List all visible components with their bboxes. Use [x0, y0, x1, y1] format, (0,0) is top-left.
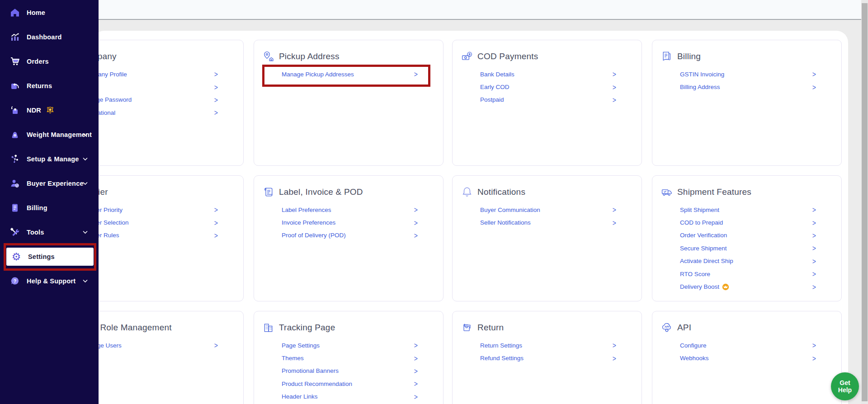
- sidebar-item-weight-management[interactable]: Weight Management: [0, 122, 99, 147]
- link-label: Webhooks: [680, 355, 709, 362]
- link-refund-settings[interactable]: Refund Settings>: [453, 352, 642, 364]
- sidebar-item-label: NDR: [27, 107, 41, 114]
- link-label: Seller Notifications: [480, 219, 531, 226]
- link-postpaid[interactable]: Postpaid>: [453, 94, 642, 106]
- chevron-right-icon: >: [812, 70, 816, 79]
- chevron-right-icon: >: [214, 218, 218, 227]
- sidebar-item-buyer-experience[interactable]: Buyer Experience: [0, 171, 99, 196]
- link-webhooks[interactable]: Webhooks>: [652, 352, 841, 364]
- link-return-settings[interactable]: Return Settings>: [453, 339, 642, 352]
- link-themes[interactable]: Themes>: [254, 352, 443, 364]
- card-cod-payments: COD Payments Bank Details> Early COD> Po…: [452, 40, 642, 166]
- link-configure[interactable]: Configure>: [652, 339, 841, 352]
- sidebar-item-label: Setup & Manage: [27, 155, 79, 163]
- chevron-right-icon: >: [414, 380, 418, 388]
- link-delivery-boost[interactable]: Delivery Boost >: [652, 280, 841, 293]
- sidebar-item-setup-manage[interactable]: Setup & Manage: [0, 147, 99, 171]
- sidebar-item-label: Buyer Experience: [27, 180, 84, 187]
- sidebar: Home Dashboard Orders Returns NDR: [0, 0, 99, 404]
- link-buyer-communication[interactable]: Buyer Communication>: [453, 203, 642, 216]
- chevron-right-icon: >: [214, 95, 218, 104]
- home-icon: [9, 7, 20, 18]
- card-title: Label, Invoice & POD: [279, 187, 363, 197]
- link-label: Proof of Delivery (POD): [282, 232, 346, 239]
- link-rto-score[interactable]: RTO Score>: [652, 268, 841, 280]
- billing-doc-icon: [9, 202, 20, 213]
- link-label: COD to Prepaid: [680, 219, 723, 226]
- link-gstin-invoicing[interactable]: GSTIN Invoicing>: [652, 68, 841, 80]
- card-title: API: [677, 323, 691, 333]
- link-early-cod[interactable]: Early COD>: [453, 80, 642, 93]
- top-header-bar: [0, 0, 861, 20]
- sidebar-item-home[interactable]: Home: [0, 0, 99, 25]
- card-header: Tracking Page: [254, 311, 443, 335]
- cod-payments-icon: [461, 50, 473, 63]
- chevron-right-icon: >: [613, 354, 616, 362]
- link-billing-address[interactable]: Billing Address>: [652, 80, 841, 93]
- link-label: Split Shipment: [680, 207, 719, 213]
- link-label: Themes: [282, 355, 304, 362]
- link-order-verification[interactable]: Order Verification>: [652, 229, 841, 242]
- chevron-right-icon: >: [414, 206, 418, 214]
- sidebar-item-label: Weight Management: [27, 131, 92, 138]
- sidebar-item-ndr[interactable]: NDR !: [0, 98, 99, 122]
- card-header: Return: [453, 311, 642, 335]
- link-activate-direct-ship[interactable]: Activate Direct Ship>: [652, 255, 841, 268]
- settings-gear-icon: ⚙: [11, 251, 22, 262]
- link-label: Order Verification: [680, 232, 727, 239]
- link-proof-of-delivery[interactable]: Proof of Delivery (POD)>: [254, 229, 443, 242]
- link-product-recommendation[interactable]: Product Recommendation>: [254, 377, 443, 390]
- pickup-address-icon: [263, 50, 274, 63]
- card-links: GSTIN Invoicing> Billing Address>: [652, 68, 841, 94]
- link-label: Delivery Boost: [680, 283, 729, 291]
- sidebar-item-tools[interactable]: Tools: [0, 220, 99, 244]
- chevron-right-icon: >: [613, 206, 616, 214]
- card-links: Bank Details> Early COD> Postpaid>: [453, 68, 642, 106]
- link-label-preferences[interactable]: Label Preferences>: [254, 203, 443, 216]
- link-label: Invoice Preferences: [282, 219, 335, 226]
- link-label: Label Preferences: [282, 207, 331, 213]
- notifications-bell-icon: [461, 186, 473, 198]
- card-links: Buyer Communication> Seller Notification…: [453, 203, 642, 229]
- sidebar-item-help-support[interactable]: ? Help & Support: [0, 269, 99, 293]
- svg-text:?: ?: [14, 278, 16, 284]
- chevron-right-icon: >: [613, 83, 616, 91]
- link-label: Configure: [680, 342, 707, 349]
- label-invoice-pod-icon: [263, 186, 274, 198]
- link-cod-to-prepaid[interactable]: COD to Prepaid>: [652, 216, 841, 229]
- sidebar-item-dashboard[interactable]: Dashboard: [0, 25, 99, 49]
- card-title: Return: [477, 323, 504, 333]
- chevron-right-icon: >: [613, 341, 616, 350]
- sidebar-item-label: Orders: [27, 58, 49, 65]
- chevron-down-icon: [83, 158, 88, 161]
- get-help-button[interactable]: Get Help: [831, 372, 859, 400]
- api-cloud-icon: API: [661, 321, 673, 334]
- link-label-text: Delivery Boost: [680, 283, 719, 290]
- link-bank-details[interactable]: Bank Details>: [453, 68, 642, 80]
- card-header: API API: [652, 311, 841, 335]
- sidebar-item-billing[interactable]: Billing: [0, 196, 99, 220]
- link-header-links[interactable]: Header Links>: [254, 390, 443, 403]
- vertical-scrollbar[interactable]: [861, 0, 868, 404]
- card-pickup-address: Pickup Address Manage Pickup Addresses>: [254, 40, 443, 166]
- chevron-right-icon: >: [812, 257, 816, 265]
- link-manage-pickup-addresses[interactable]: Manage Pickup Addresses>: [254, 68, 443, 80]
- sidebar-item-returns[interactable]: Returns: [0, 74, 99, 98]
- link-page-settings[interactable]: Page Settings>: [254, 339, 443, 352]
- link-promotional-banners[interactable]: Promotional Banners>: [254, 365, 443, 377]
- card-notifications: Notifications Buyer Communication> Selle…: [452, 175, 642, 301]
- sidebar-item-label: Help & Support: [27, 277, 75, 285]
- link-secure-shipment[interactable]: Secure Shipment>: [652, 242, 841, 254]
- link-split-shipment[interactable]: Split Shipment>: [652, 203, 841, 216]
- sidebar-item-settings[interactable]: ⚙ Settings: [6, 248, 94, 266]
- sidebar-item-label: Tools: [27, 229, 44, 236]
- tools-icon: [9, 227, 20, 238]
- link-seller-notifications[interactable]: Seller Notifications>: [453, 216, 642, 229]
- link-invoice-preferences[interactable]: Invoice Preferences>: [254, 216, 443, 229]
- sidebar-nav: Home Dashboard Orders Returns NDR: [0, 0, 99, 293]
- scrollbar-thumb[interactable]: [862, 3, 868, 401]
- get-help-line1: Get: [840, 379, 850, 386]
- link-label: Activate Direct Ship: [680, 258, 733, 264]
- sidebar-item-orders[interactable]: Orders: [0, 49, 99, 74]
- card-header: COD Payments: [453, 40, 642, 64]
